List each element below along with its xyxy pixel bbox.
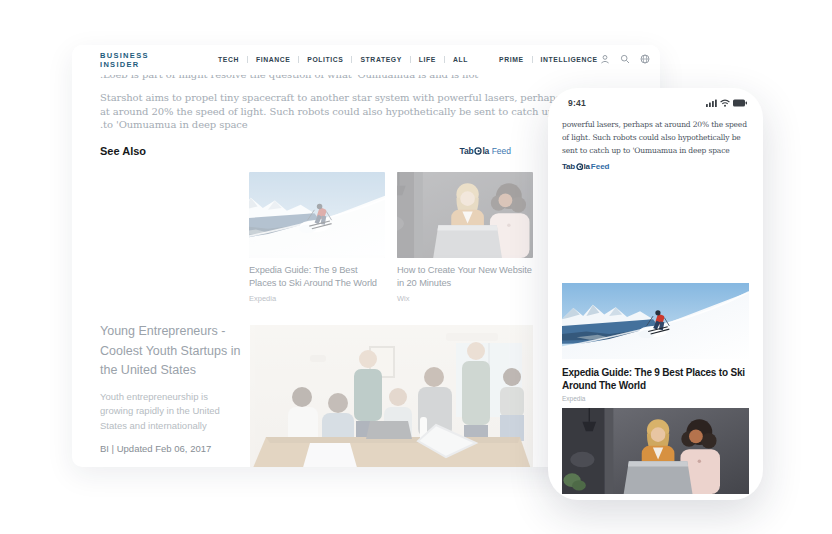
primary-nav: TECH FINANCE POLITICS STRATEGY LIFE ALL [218,56,476,63]
feed-card-expedia[interactable]: Expedia Guide: The 9 Best Places to Ski … [249,172,385,303]
taboola-feed-logo[interactable]: Tab la Feed [460,146,511,156]
taboola-feed-label: Feed [591,162,610,171]
navbar-icons [600,54,650,64]
feed-card-source: Expedia [249,294,385,303]
feed-card-source: Expedia [562,395,749,402]
globe-icon[interactable] [640,54,650,64]
taboola-logo-text: Tab [562,162,575,171]
taboola-logo-text-end: la [482,146,489,156]
nav-item-politics[interactable]: POLITICS [307,56,352,63]
phone-feed-card-expedia[interactable]: Expedia Guide: The 9 Best Places to Ski … [562,283,749,402]
story-byline: BI | Updated Feb 06, 2017 [100,443,242,454]
phone-status-bar: 9:41 [568,98,747,108]
taboola-logo-text: Tab [460,146,474,156]
couple-laptop-image [397,172,533,258]
signal-icon [706,99,717,107]
see-also-row: See Also Tab la Feed [100,145,511,157]
phone-article-text: powerful lasers, perhaps at around 20% t… [562,118,749,157]
business-insider-logo[interactable]: BUSINESS INSIDER [100,52,149,69]
feed-card-source: Wix [397,294,533,303]
site-navbar: BUSINESS INSIDER TECH FINANCE POLITICS S… [72,45,660,75]
search-icon[interactable] [620,54,630,64]
taboola-logo-text-end: la [584,162,590,171]
article-paragraph: Starshot aims to propel tiny spacecraft … [100,91,570,132]
status-icons [706,99,747,107]
startup-team-image [250,325,533,467]
phone-taboola-feed-logo[interactable]: Tab la Feed [562,162,609,171]
see-also-card-grid: Expedia Guide: The 9 Best Places to Ski … [249,172,533,303]
nav-item-strategy[interactable]: STRATEGY [360,56,410,63]
feed-card-title: How to Create Your New Website in 20 Min… [397,264,533,289]
nav-item-intelligence[interactable]: INTELLIGENCE [541,56,606,63]
phone-next-card-image[interactable] [562,408,749,494]
wifi-icon [720,99,730,107]
secondary-nav: PRIME INTELLIGENCE [499,56,614,63]
nav-item-finance[interactable]: FINANCE [256,56,299,63]
taboola-spiral-icon [576,163,584,171]
feed-card-title: Expedia Guide: The 9 Best Places to Ski … [249,264,385,289]
status-time: 9:41 [568,98,586,108]
ski-slope-image [562,283,749,359]
ski-slope-image [249,172,385,258]
account-icon[interactable] [600,54,610,64]
nav-item-life[interactable]: LIFE [419,56,445,63]
feed-card-title: Expedia Guide: The 9 Best Places to Ski … [562,366,749,392]
taboola-feed-label: Feed [492,146,511,156]
taboola-spiral-icon [474,147,482,155]
see-also-heading: See Also [100,145,146,157]
story-description: Youth entrepreneurship is growing rapidl… [100,390,230,434]
story-text-column: Young Entrepreneurs - Coolest Youth Star… [100,322,242,454]
nav-item-prime[interactable]: PRIME [499,56,533,63]
nav-item-all[interactable]: ALL [453,56,476,63]
phone-mockup: 9:41 powerful lasers, p [548,88,763,500]
feed-card-wix[interactable]: How to Create Your New Website in 20 Min… [397,172,533,303]
marketing-mockup-canvas: .Loeb is part of might resolve the quest… [0,0,832,534]
story-title[interactable]: Young Entrepreneurs - Coolest Youth Star… [100,322,242,381]
brand-line-2: INSIDER [100,61,149,70]
battery-icon [733,99,747,107]
nav-item-tech[interactable]: TECH [218,56,248,63]
